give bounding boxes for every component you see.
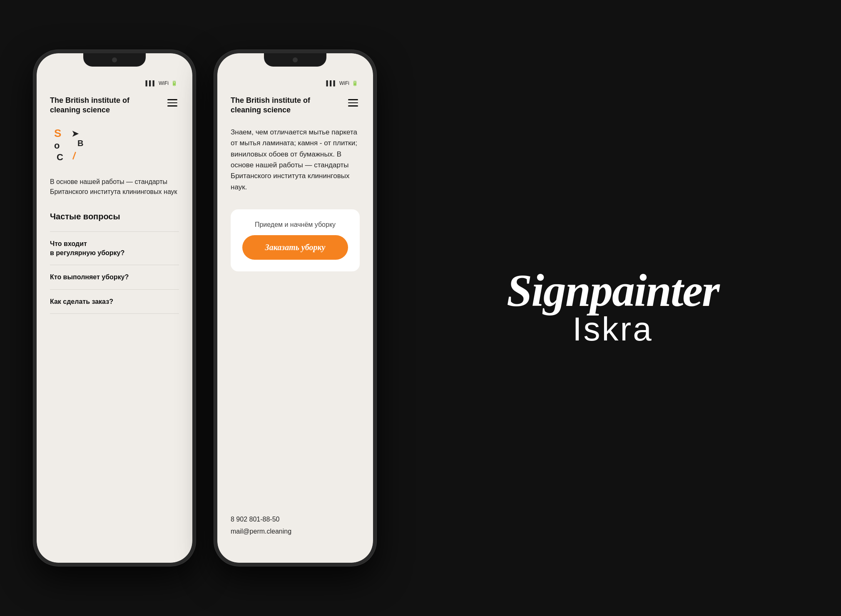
hamburger-line (167, 105, 177, 107)
phone-frame-1: ▌▌▌ WiFi 🔋 The British institute of clea… (33, 50, 196, 566)
hamburger-2[interactable] (346, 97, 360, 108)
faq-item-2[interactable]: Кто выполняет уборку? (50, 265, 179, 289)
phone1-header: The British institute of cleaning scienc… (50, 96, 179, 114)
status-bar-2: ▌▌▌ WiFi 🔋 (231, 74, 360, 92)
icon-slash: | (72, 150, 77, 160)
phone2-logo: The British institute of cleaning scienc… (231, 96, 322, 114)
hamburger-line (348, 99, 358, 100)
wifi-icon: WiFi (159, 80, 169, 86)
phone-screen-1: ▌▌▌ WiFi 🔋 The British institute of clea… (37, 53, 192, 563)
brand-subtitle: Iskra (572, 310, 653, 348)
signal-icon-2: ▌▌▌ (326, 80, 337, 86)
cta-button[interactable]: Заказать уборку (242, 235, 348, 260)
scatter-icons: S ➤ o B C | (54, 127, 104, 164)
email-address: mail@perm.cleaning (231, 526, 291, 538)
phone1-body-text: В основе нашей работы — стандарты Британ… (50, 177, 179, 197)
faq-item-3[interactable]: Как сделать заказ? (50, 289, 179, 314)
battery-icon: 🔋 (171, 80, 177, 86)
phone1-logo: The British institute of cleaning scienc… (50, 96, 142, 114)
status-icons-1: ▌▌▌ WiFi 🔋 (145, 80, 177, 86)
cta-card: Приедем и начнём уборку Заказать уборку (231, 209, 360, 271)
phone-screen-2: ▌▌▌ WiFi 🔋 The British institute of clea… (217, 53, 373, 563)
wifi-icon-2: WiFi (339, 80, 349, 86)
hamburger-line (167, 99, 177, 100)
faq-item-1[interactable]: Что входитв регулярную уборку? (50, 231, 179, 265)
icon-arrow: ➤ (72, 129, 79, 139)
status-bar-1: ▌▌▌ WiFi 🔋 (50, 74, 179, 92)
phone2-header: The British institute of cleaning scienc… (231, 96, 360, 114)
icon-b: B (77, 139, 83, 148)
cta-label: Приедем и начнём уборку (242, 221, 348, 229)
signal-icon: ▌▌▌ (145, 80, 156, 86)
phone-frame-2: ▌▌▌ WiFi 🔋 The British institute of clea… (214, 50, 376, 566)
hamburger-line (167, 102, 177, 104)
icon-o: o (54, 140, 60, 151)
icon-s: S (54, 127, 61, 140)
hamburger-line (348, 105, 358, 107)
phone2-body-text: Знаем, чем отличается мытье паркета от м… (231, 127, 360, 193)
branding-area: Signpainter Iskra (393, 268, 808, 348)
hamburger-1[interactable] (166, 97, 179, 108)
hamburger-line (348, 102, 358, 104)
brand-title: Signpainter (507, 268, 719, 313)
icon-c: C (57, 152, 63, 163)
status-icons-2: ▌▌▌ WiFi 🔋 (326, 80, 358, 86)
battery-icon-2: 🔋 (352, 80, 358, 86)
contact-info: 8 902 801-88-50 mail@perm.cleaning (231, 514, 291, 538)
faq-heading: Частые вопросы (50, 212, 179, 221)
phone-number: 8 902 801-88-50 (231, 514, 291, 526)
